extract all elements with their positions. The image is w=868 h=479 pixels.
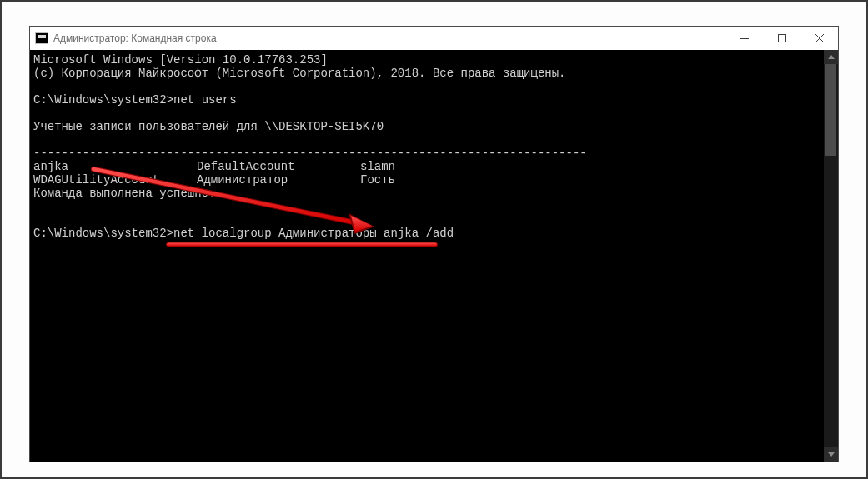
- copyright-line: (c) Корпорация Майкрософт (Microsoft Cor…: [33, 67, 566, 80]
- svg-rect-1: [778, 35, 785, 42]
- done-line: Команда выполнена успешно.: [33, 187, 215, 200]
- titlebar[interactable]: Администратор: Командная строка: [30, 27, 838, 50]
- scroll-down-button[interactable]: [824, 447, 838, 462]
- user-cell: Гость: [360, 173, 395, 187]
- prompt-1-cmd: net users: [173, 93, 237, 107]
- window-title: Администратор: Командная строка: [53, 32, 217, 44]
- dashes: ----------------------------------------…: [33, 147, 587, 160]
- accounts-header: Учетные записи пользователей для \\DESKT…: [33, 120, 384, 133]
- user-cell: anjka: [33, 160, 197, 173]
- window-controls: [725, 27, 838, 50]
- prompt-2-path: C:\Windows\system32>: [33, 227, 173, 240]
- user-cell: WDAGUtilityAccount: [33, 173, 197, 187]
- user-cell: slamn: [360, 160, 395, 173]
- scroll-up-button[interactable]: [824, 50, 838, 64]
- version-line: Microsoft Windows [Version 10.0.17763.25…: [33, 53, 328, 67]
- maximize-button[interactable]: [763, 27, 800, 50]
- scroll-thumb[interactable]: [825, 64, 836, 156]
- prompt-2-cmd: net localgroup Администраторы anjka /add: [173, 227, 454, 240]
- user-cell: DefaultAccount: [197, 160, 360, 173]
- close-button[interactable]: [800, 27, 838, 50]
- svg-rect-0: [740, 38, 749, 39]
- minimize-button[interactable]: [725, 27, 763, 50]
- terminal-output[interactable]: Microsoft Windows [Version 10.0.17763.25…: [30, 50, 824, 462]
- user-cell: Администратор: [197, 173, 360, 187]
- cmd-icon: [35, 32, 48, 44]
- cmd-window: Администратор: Командная строка Microsof…: [29, 26, 839, 462]
- prompt-1-path: C:\Windows\system32>: [33, 93, 173, 107]
- vertical-scrollbar[interactable]: [824, 50, 838, 462]
- console-area: Microsoft Windows [Version 10.0.17763.25…: [30, 50, 838, 462]
